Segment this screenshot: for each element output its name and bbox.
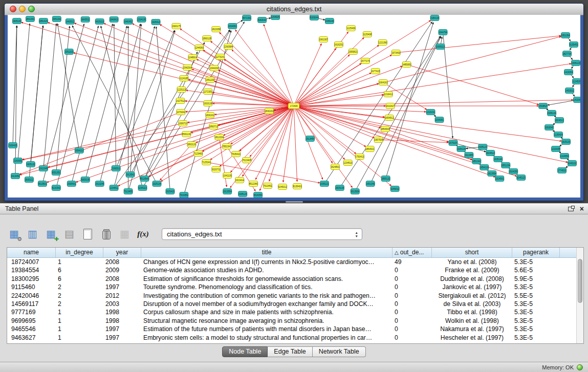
graph-node[interactable]: 1616251 xyxy=(334,42,343,48)
graph-node[interactable]: 2051162 xyxy=(52,16,61,22)
graph-node[interactable]: 2160513 xyxy=(112,166,121,171)
graph-node[interactable]: 1542004 xyxy=(183,65,192,71)
graph-node[interactable]: 1774510 xyxy=(557,168,567,173)
column-header-pagerank[interactable]: pagerank xyxy=(512,248,560,257)
graph-node[interactable]: 1855132 xyxy=(381,176,390,182)
graph-node[interactable]: 1664951 xyxy=(228,24,237,29)
graph-node[interactable]: 2160651 xyxy=(13,158,23,164)
graph-node[interactable]: 7125341 xyxy=(202,160,211,165)
graph-node[interactable]: 1912345 xyxy=(39,166,48,171)
graph-node[interactable]: 9235113 xyxy=(138,185,147,191)
graph-node[interactable]: 1940413 xyxy=(110,17,119,23)
graph-node[interactable]: 1273141 xyxy=(216,54,225,60)
graph-node[interactable]: 1935121 xyxy=(320,181,329,187)
scrollbar-thumb[interactable] xyxy=(578,259,582,303)
graph-node[interactable]: 1935134 xyxy=(457,146,466,152)
graph-node[interactable]: 1234510 xyxy=(343,160,353,166)
table-scrollbar[interactable] xyxy=(576,248,583,343)
graph-node[interactable]: 1453511 xyxy=(565,88,574,94)
graph-node[interactable]: 1905140 xyxy=(12,18,21,24)
tab-edge-table[interactable]: Edge Table xyxy=(268,346,312,357)
graph-node[interactable]: 1093545 xyxy=(545,125,554,130)
graph-node[interactable]: 1925413 xyxy=(151,19,161,25)
tab-network-table[interactable]: Network Table xyxy=(313,346,366,357)
graph-node[interactable]: 1955821 xyxy=(349,49,358,55)
graph-node[interactable]: 1830202 xyxy=(206,113,215,118)
new-table-icon[interactable] xyxy=(81,227,95,241)
graph-node[interactable]: 1216412 xyxy=(384,92,393,97)
graph-node[interactable]: 2260584 xyxy=(224,44,233,50)
column-header-year[interactable]: year xyxy=(103,248,141,257)
network-selector[interactable]: citations_edges.txt ▲▼ xyxy=(162,228,362,240)
graph-node[interactable]: 1124535 xyxy=(572,79,580,84)
table-row[interactable]: 1872400712008Changes of HCN gene express… xyxy=(7,258,583,266)
graph-node[interactable]: 1851420 xyxy=(39,18,48,24)
graph-node[interactable]: 1451230 xyxy=(206,77,215,83)
graph-node[interactable]: 8591130 xyxy=(182,132,191,137)
graph-node[interactable]: 8183044 xyxy=(310,15,319,20)
graph-node[interactable]: 1427512 xyxy=(176,98,185,104)
graph-node[interactable]: 1935123 xyxy=(571,60,580,66)
graph-node[interactable]: 1954133 xyxy=(480,165,489,170)
graph-node[interactable]: 1064161 xyxy=(379,80,388,85)
graph-node[interactable]: 1272351 xyxy=(204,89,213,95)
graph-node[interactable]: 1935123 xyxy=(478,144,488,150)
graph-node[interactable]: 1225112 xyxy=(177,87,186,93)
table-row[interactable]: 1938455462009Genome-wide association stu… xyxy=(7,266,583,274)
graph-node[interactable]: 1440512 xyxy=(66,19,75,25)
graph-node[interactable]: 1935134 xyxy=(547,111,556,116)
graph-node[interactable]: 1154091 xyxy=(435,117,444,123)
table-options-icon[interactable]: ▦⚙ xyxy=(7,227,21,241)
network-graph[interactable]: 1724091822058186012812440601248914154200… xyxy=(8,15,580,198)
graph-node[interactable]: 1234511 xyxy=(110,185,119,191)
graph-node[interactable]: 1835112 xyxy=(25,177,34,183)
graph-node[interactable]: 1825134 xyxy=(335,185,344,191)
graph-node[interactable]: 1925134 xyxy=(153,181,162,187)
graph-node[interactable]: 7852341 xyxy=(223,144,232,149)
graph-node[interactable]: 1913455 xyxy=(465,152,474,158)
graph-node[interactable]: 1813554 xyxy=(488,171,497,177)
graph-node[interactable]: 1830202 xyxy=(265,108,274,114)
graph-node[interactable]: 1513245 xyxy=(95,181,104,187)
graph-node[interactable]: 9135451 xyxy=(569,42,578,48)
window-close-button[interactable] xyxy=(10,6,16,12)
table-row[interactable]: 946362711997Embryonic stem cells: a mode… xyxy=(7,334,583,342)
graph-node[interactable]: 1104554 xyxy=(560,154,570,159)
graph-node[interactable]: 1306713 xyxy=(179,121,188,126)
graph-node[interactable]: 1913454 xyxy=(306,136,315,142)
graph-node[interactable]: 1935140 xyxy=(325,18,334,24)
graph-node[interactable]: 1935140 xyxy=(494,157,503,162)
graph-node[interactable]: 7619351 xyxy=(180,192,189,198)
graph-node[interactable]: 1851234 xyxy=(502,163,511,168)
graph-node[interactable]: 2184134 xyxy=(430,15,440,21)
graph-node[interactable]: 1843511 xyxy=(81,17,90,23)
graph-node[interactable]: 1860128 xyxy=(203,36,212,41)
graph-node[interactable]: 1863120 xyxy=(187,142,197,147)
row-options-icon[interactable]: ▤ xyxy=(62,227,76,241)
delete-table-icon[interactable] xyxy=(99,227,113,241)
graph-node[interactable]: 9619354 xyxy=(253,192,263,198)
graph-node[interactable]: 1854921 xyxy=(365,146,375,152)
column-header-out_de[interactable]: △out_de... xyxy=(393,248,432,257)
graph-node[interactable]: 1577174 xyxy=(361,58,370,64)
graph-node[interactable]: 1485083 xyxy=(402,62,411,68)
window-zoom-button[interactable] xyxy=(28,6,35,12)
graph-node[interactable]: 1344204 xyxy=(210,65,219,71)
graph-node[interactable]: 1125430 xyxy=(346,26,356,31)
graph-node[interactable]: 7513455 xyxy=(124,189,133,194)
graph-node[interactable]: 1924355 xyxy=(509,169,518,174)
table-row[interactable]: 946554611997Estimation of the future num… xyxy=(7,325,583,333)
graph-node[interactable]: 1827734 xyxy=(562,51,572,57)
graph-node[interactable]: 1900175 xyxy=(172,24,181,29)
column-header-name[interactable]: name xyxy=(7,248,56,257)
graph-node[interactable]: 1079341 xyxy=(177,110,186,115)
graph-node[interactable]: 1125408 xyxy=(363,32,372,37)
window-titlebar[interactable]: citations_edges.txt xyxy=(5,4,583,15)
graph-node[interactable]: 1841301 xyxy=(26,16,35,22)
graph-node[interactable]: 2160435 xyxy=(8,143,17,148)
graph-node[interactable]: 7613451 xyxy=(263,183,272,189)
graph-node[interactable]: 1940452 xyxy=(124,19,133,25)
graph-node[interactable]: 1419354 xyxy=(564,70,573,75)
graph-node[interactable]: 1961307 xyxy=(319,37,328,42)
graph-node[interactable]: 9513501 xyxy=(38,181,47,187)
